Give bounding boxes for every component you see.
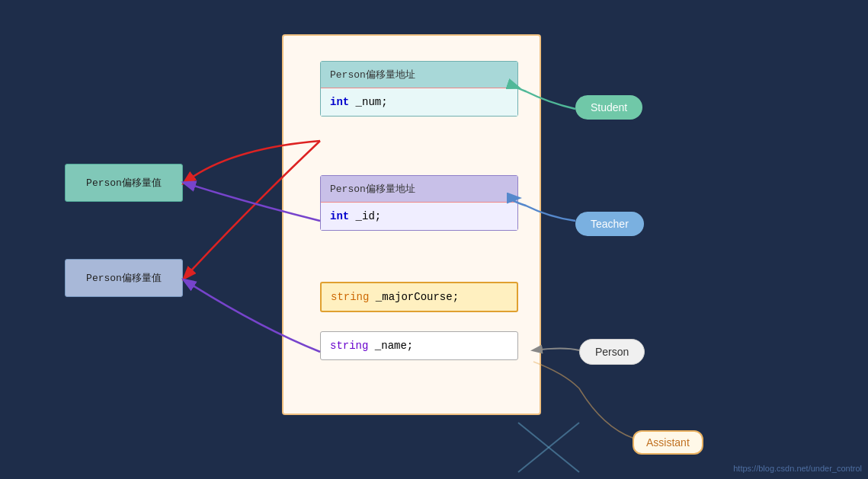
cross-line-1: [518, 423, 579, 472]
watermark: https://blog.csdn.net/under_control: [733, 464, 862, 473]
assistant-label: Assistant: [633, 430, 703, 455]
student-label: Student: [575, 95, 642, 120]
student-block-content: int _num;: [321, 88, 517, 116]
student-header-text: Person偏移量地址: [330, 69, 415, 81]
person-offset-value-bottom: Person偏移量值: [65, 259, 183, 297]
teacher-type-keyword: int: [330, 210, 349, 222]
name-type-keyword: string: [330, 340, 368, 352]
teacher-block-header: Person偏移量地址: [321, 176, 517, 203]
assistant-arrow: [533, 362, 633, 438]
cross-line-2: [518, 423, 579, 472]
canvas: Person偏移量地址 int _num; Person偏移量地址 int _i…: [0, 0, 868, 479]
teacher-header-text: Person偏移量地址: [330, 184, 415, 195]
teacher-field-name: _id;: [349, 210, 381, 222]
major-block: string _majorCourse;: [320, 282, 518, 312]
teacher-block: Person偏移量地址 int _id;: [320, 175, 518, 231]
left-box-top-text: Person偏移量值: [86, 176, 162, 190]
teacher-block-content: int _id;: [321, 203, 517, 230]
student-type-keyword: int: [330, 96, 349, 108]
person-label: Person: [579, 339, 645, 365]
name-block: string _name;: [320, 331, 518, 360]
student-block-header: Person偏移量地址: [321, 62, 517, 88]
name-field-name: _name;: [368, 340, 413, 352]
teacher-label: Teacher: [575, 212, 644, 236]
major-type-keyword: string: [331, 291, 369, 303]
left-box-bottom-text: Person偏移量值: [86, 271, 162, 285]
student-field-name: _num;: [349, 96, 387, 108]
person-offset-value-top: Person偏移量值: [65, 164, 183, 202]
major-field-name: _majorCourse;: [369, 291, 459, 303]
student-block: Person偏移量地址 int _num;: [320, 61, 518, 117]
